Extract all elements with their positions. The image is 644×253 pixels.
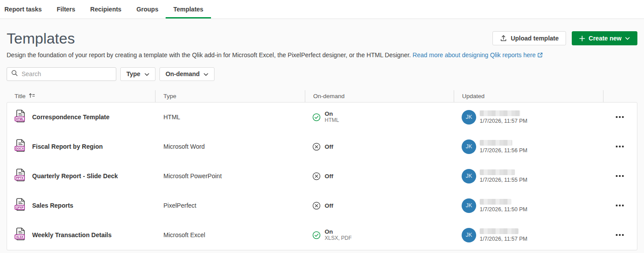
template-title[interactable]: Sales Reports <box>32 202 73 209</box>
ondemand-filter-dropdown[interactable]: On-demand <box>159 67 215 81</box>
upload-template-button[interactable]: Upload template <box>492 31 566 45</box>
template-title[interactable]: Quarterly Report - Slide Deck <box>32 172 118 180</box>
template-title[interactable]: Fiscal Report by Region <box>32 143 103 150</box>
column-header-type[interactable]: Type <box>155 90 305 102</box>
template-type: Microsoft Word <box>163 143 205 150</box>
svg-text:PPTX: PPTX <box>16 176 24 180</box>
template-title[interactable]: Weekly Transaction Details <box>32 231 111 238</box>
more-actions-button[interactable] <box>613 113 626 121</box>
type-filter-dropdown[interactable]: Type <box>120 67 155 81</box>
create-new-button[interactable]: Create new <box>572 31 637 45</box>
ondemand-formats: HTML <box>325 117 339 124</box>
chevron-down-icon <box>204 70 208 77</box>
tab-groups[interactable]: Groups <box>129 0 166 18</box>
status-off-icon <box>312 172 321 180</box>
tab-filters[interactable]: Filters <box>49 0 83 18</box>
redacted-user-name <box>480 140 512 146</box>
file-type-icon: XLSX <box>15 227 26 242</box>
svg-text:XLSX: XLSX <box>16 235 24 238</box>
template-type: Microsoft Excel <box>163 231 205 238</box>
status-off-icon <box>312 143 321 151</box>
updated-date: 1/7/2026, 11:57 PM <box>480 118 527 124</box>
table-row[interactable]: PPTX Quarterly Report - Slide Deck Micro… <box>7 161 637 191</box>
tab-report-tasks[interactable]: Report tasks <box>4 0 49 18</box>
external-link-icon <box>537 52 543 59</box>
upload-icon <box>500 35 507 42</box>
search-icon <box>11 70 18 78</box>
search-box <box>7 67 116 81</box>
template-type: PixelPerfect <box>163 202 196 209</box>
table-row[interactable]: QPXP Sales Reports PixelPerfect Off JK 1… <box>7 191 637 220</box>
template-title[interactable]: Correspondence Template <box>32 114 110 121</box>
avatar: JK <box>462 169 476 183</box>
chevron-down-icon <box>625 37 630 40</box>
file-type-icon: PPTX <box>15 169 26 183</box>
ondemand-status: On <box>325 110 339 117</box>
avatar: JK <box>462 139 476 154</box>
status-off-icon <box>312 202 321 210</box>
sort-ascending-icon <box>29 92 35 100</box>
tab-recipients[interactable]: Recipients <box>83 0 129 18</box>
file-type-icon: QPXP <box>15 198 26 213</box>
table-row[interactable]: HTML Correspondence Template HTML On HTM… <box>7 103 637 132</box>
file-type-icon: DOCX <box>15 139 26 154</box>
svg-text:QPXP: QPXP <box>16 206 24 209</box>
top-tab-bar: Report tasks Filters Recipients Groups T… <box>0 0 644 19</box>
chevron-down-icon <box>144 70 149 77</box>
table-row[interactable]: XLSX Weekly Transaction Details Microsof… <box>7 220 637 250</box>
more-actions-button[interactable] <box>613 231 626 239</box>
redacted-user-name <box>480 199 511 205</box>
plus-icon <box>579 36 585 41</box>
avatar: JK <box>462 198 476 213</box>
read-more-link[interactable]: Read more about designing Qlik reports h… <box>413 51 543 59</box>
redacted-user-name <box>480 228 518 234</box>
redacted-user-name <box>480 110 520 116</box>
updated-date: 1/7/2026, 11:57 PM <box>480 236 527 242</box>
template-type: Microsoft PowerPoint <box>163 172 222 180</box>
templates-table: HTML Correspondence Template HTML On HTM… <box>7 102 637 250</box>
page-description: Design the foundation of your report by … <box>7 51 637 59</box>
ondemand-formats: XLSX, PDF <box>325 235 352 242</box>
redacted-user-name <box>480 169 515 175</box>
more-actions-button[interactable] <box>613 201 626 210</box>
column-header-ondemand[interactable]: On-demand <box>305 90 454 102</box>
svg-text:DOCX: DOCX <box>16 147 24 150</box>
ondemand-status: Off <box>325 143 333 150</box>
svg-text:HTML: HTML <box>16 117 24 121</box>
column-header-actions <box>603 90 636 102</box>
ondemand-status: Off <box>325 173 333 180</box>
tab-templates[interactable]: Templates <box>166 0 211 18</box>
more-actions-button[interactable] <box>613 172 626 180</box>
table-row[interactable]: DOCX Fiscal Report by Region Microsoft W… <box>7 132 637 161</box>
search-input[interactable] <box>22 70 112 77</box>
updated-date: 1/7/2026, 11:56 PM <box>480 147 527 154</box>
column-header-updated[interactable]: Updated <box>454 90 603 102</box>
file-type-icon: HTML <box>15 110 26 125</box>
column-header-title[interactable]: Title <box>7 90 155 102</box>
avatar: JK <box>462 110 476 125</box>
table-header: Title Type On-demand Updated <box>7 90 637 102</box>
page-title: Templates <box>7 29 75 48</box>
status-on-icon <box>312 113 321 121</box>
ondemand-status: On <box>325 228 352 235</box>
updated-date: 1/7/2026, 11:55 PM <box>480 177 527 183</box>
more-actions-button[interactable] <box>613 142 626 151</box>
ondemand-status: Off <box>325 202 333 209</box>
status-on-icon <box>312 231 321 239</box>
avatar: JK <box>462 228 476 242</box>
template-type: HTML <box>163 114 180 121</box>
updated-date: 1/7/2026, 11:50 PM <box>480 206 527 213</box>
